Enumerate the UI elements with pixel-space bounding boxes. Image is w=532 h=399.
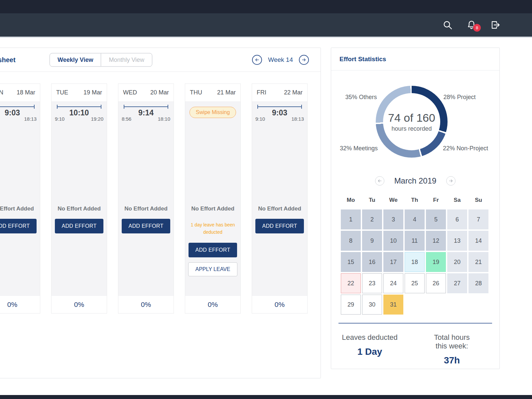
day-column-thu: THU 21 Mar Swipe Missing No Effort Added… xyxy=(185,83,241,314)
calendar-day[interactable]: 16 xyxy=(362,252,382,272)
no-effort-label: No Effort Added xyxy=(252,205,307,212)
weekday-label: Su xyxy=(468,197,488,203)
leaves-deducted-label: Leaves deducted xyxy=(342,333,398,342)
effort-donut-chart: 74 of 160 hours recorded xyxy=(376,86,448,158)
swipe-in-time: 8:56 xyxy=(122,116,131,122)
calendar-day[interactable]: 26 xyxy=(426,273,446,293)
day-column-wed: WED 20 Mar 9:14 8:56 18:10 No Effort Add… xyxy=(118,83,174,314)
calendar-day[interactable]: 1 xyxy=(341,209,361,229)
day-date: 18 Mar xyxy=(17,89,35,96)
logout-icon[interactable] xyxy=(490,20,501,30)
calendar-day[interactable]: 27 xyxy=(447,273,467,293)
calendar-day[interactable]: 15 xyxy=(341,252,361,272)
swipe-summary: Swipe Missing xyxy=(185,102,240,124)
swipe-missing-badge: Swipe Missing xyxy=(190,107,236,118)
day-percent: 0% xyxy=(118,296,174,313)
calendar-day[interactable]: 5 xyxy=(426,209,446,229)
calendar-day[interactable]: 3 xyxy=(383,209,403,229)
apply-leave-button[interactable]: APPLY LEAVE xyxy=(188,262,237,276)
add-effort-button[interactable]: ADD EFFORT xyxy=(255,219,304,233)
bottom-bar xyxy=(0,395,532,399)
calendar-day[interactable]: 31 xyxy=(383,295,403,315)
timesheet-header: Timesheet Weekly View Monthly View Week … xyxy=(0,48,321,72)
search-icon[interactable] xyxy=(442,20,453,30)
calendar-day[interactable]: 9 xyxy=(362,231,382,251)
day-name: FRI xyxy=(257,89,266,96)
day-body: No Effort Added 1 day leave has been ded… xyxy=(185,124,240,296)
calendar-day[interactable]: 14 xyxy=(468,231,488,251)
calendar-day[interactable]: 29 xyxy=(341,295,361,315)
add-effort-button[interactable]: ADD EFFORT xyxy=(55,219,103,233)
calendar-day[interactable]: 17 xyxy=(383,252,403,272)
calendar-day[interactable]: 21 xyxy=(468,252,488,272)
calendar-day[interactable]: 11 xyxy=(405,231,425,251)
weekly-view-button[interactable]: Weekly View xyxy=(50,53,101,66)
calendar-day[interactable]: 19 xyxy=(426,252,446,272)
previous-month-arrow-icon[interactable] xyxy=(375,176,384,186)
calendar-day[interactable]: 13 xyxy=(447,231,467,251)
total-hours-label: Total hours this week: xyxy=(428,333,476,350)
notification-count-badge: 8 xyxy=(473,24,481,32)
add-effort-button[interactable]: ADD EFFORT xyxy=(0,219,37,233)
calendar-day[interactable]: 18 xyxy=(405,252,425,272)
day-date: 20 Mar xyxy=(150,89,169,96)
swipe-summary: 9:14 8:56 18:10 xyxy=(118,102,174,124)
day-date: 22 Mar xyxy=(284,89,303,96)
no-effort-label: No Effort Added xyxy=(52,205,107,212)
weekday-label: Mo xyxy=(341,197,361,203)
weekday-label: Sa xyxy=(447,197,467,203)
donut-label-others: 35% Others xyxy=(345,94,377,101)
add-effort-button[interactable]: ADD EFFORT xyxy=(189,243,237,257)
hours-recorded-caption: hours recorded xyxy=(391,125,432,132)
calendar-day[interactable]: 12 xyxy=(426,231,446,251)
calendar-day[interactable]: 10 xyxy=(383,231,403,251)
day-body: No Effort Added ADD EFFORT xyxy=(0,124,40,296)
no-effort-label: No Effort Added xyxy=(118,205,174,212)
calendar-weekday-header: Mo Tu We Th Fr Sa Su xyxy=(341,197,488,203)
day-name: THU xyxy=(190,89,202,96)
calendar-day[interactable]: 7 xyxy=(468,209,488,229)
stats-title: Effort Statistics xyxy=(339,56,386,63)
swipe-in-time: 9:10 xyxy=(255,116,265,122)
weekday-label: Tu xyxy=(362,197,382,203)
donut-label-project: 28% Project xyxy=(443,94,475,101)
day-percent: 0% xyxy=(0,296,40,313)
calendar-month-navigation: March 2019 xyxy=(331,176,499,186)
previous-week-arrow-icon[interactable] xyxy=(252,55,262,65)
calendar-day[interactable]: 2 xyxy=(362,209,382,229)
calendar-day[interactable]: 25 xyxy=(405,273,425,293)
calendar-day[interactable]: 6 xyxy=(447,209,467,229)
calendar-day[interactable]: 20 xyxy=(447,252,467,272)
calendar-day[interactable]: 23 xyxy=(362,273,382,293)
weekday-label: We xyxy=(383,197,403,203)
swipe-summary: 10:10 9:10 19:20 xyxy=(52,102,107,124)
calendar-day[interactable]: 8 xyxy=(341,231,361,251)
view-toggle: Weekly View Monthly View xyxy=(50,53,152,66)
weekday-label: Fr xyxy=(426,197,446,203)
week-label: Week 14 xyxy=(268,56,293,64)
day-name: WED xyxy=(123,89,137,96)
calendar-day[interactable]: 28 xyxy=(468,273,488,293)
notifications-bell-icon[interactable]: 8 xyxy=(466,20,477,30)
next-month-arrow-icon[interactable] xyxy=(446,176,456,186)
calendar-day[interactable]: 30 xyxy=(362,295,382,315)
next-week-arrow-icon[interactable] xyxy=(299,55,309,65)
leaves-deducted-value: 1 Day xyxy=(342,346,398,357)
day-column-fri: FRI 22 Mar 9:03 9:10 18:13 No Effort Add… xyxy=(252,83,308,314)
swipe-out-time: 18:13 xyxy=(291,116,304,122)
calendar-month-label: March 2019 xyxy=(394,176,437,186)
calendar-day[interactable]: 22 xyxy=(341,273,361,293)
calendar-day[interactable]: 4 xyxy=(405,209,425,229)
no-effort-label: No Effort Added xyxy=(185,205,240,212)
hours-recorded-value: 74 of 160 xyxy=(388,111,435,124)
monthly-view-button[interactable]: Monthly View xyxy=(101,53,152,66)
calendar-day[interactable]: 24 xyxy=(383,273,403,293)
window-title-strip xyxy=(0,0,532,13)
day-column-mon: MON 18 Mar 9:03 18:13 No Effort Added AD… xyxy=(0,83,40,314)
total-hours-value: 37h xyxy=(428,355,476,366)
swipe-out-time: 19:20 xyxy=(91,116,103,122)
week-navigation: Week 14 xyxy=(252,55,309,65)
stats-header: Effort Statistics xyxy=(331,48,499,70)
add-effort-button[interactable]: ADD EFFORT xyxy=(122,219,170,233)
day-body: No Effort Added ADD EFFORT xyxy=(118,124,174,296)
